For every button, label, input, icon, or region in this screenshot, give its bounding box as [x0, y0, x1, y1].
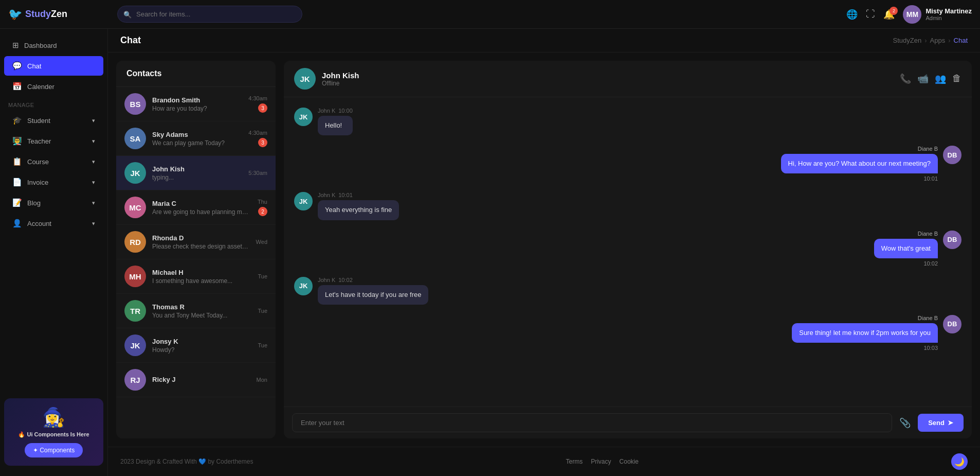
sidebar-item-course[interactable]: 📋 Course ▾ [4, 152, 103, 171]
contact-info: Jonsy K Howdy? [152, 338, 251, 354]
contact-info: Sky Adams We can play game Today? [152, 131, 242, 147]
unread-badge: 2 [258, 207, 267, 216]
contact-info: Brandon Smith How are you today? [152, 96, 242, 112]
footer-cookie-link[interactable]: Cookie [620, 458, 639, 465]
student-icon: 🎓 [12, 116, 22, 125]
sidebar-item-account[interactable]: 👤 Account ▾ [4, 214, 103, 233]
manage-label: Manage [0, 97, 107, 110]
contact-meta: Tue [258, 342, 267, 348]
calendar-icon: 📅 [12, 82, 22, 91]
chevron-down-icon: ▾ [92, 220, 95, 227]
contact-preview: typing... [152, 174, 242, 181]
msg-bubble: Yeah everything is fine [318, 200, 399, 220]
contact-item[interactable]: RD Rhonda D Please check these design as… [116, 225, 276, 259]
contact-avatar: MH [124, 266, 146, 287]
video-icon[interactable]: 📹 [917, 73, 929, 84]
user-role: Admin [925, 15, 972, 21]
contact-item[interactable]: SA Sky Adams We can play game Today? 4:3… [116, 121, 276, 156]
topbar-right: 🌐 ⛶ 🔔 2 MM Misty Martinez Admin [846, 5, 972, 24]
search-bar: 🔍 [117, 6, 302, 23]
message-row: JK John K 10:01 Yeah everything is fine [294, 192, 961, 220]
contact-avatar: SA [124, 128, 146, 149]
msg-bubble: Hello! [318, 116, 353, 135]
contact-avatar: MC [124, 197, 146, 218]
contact-time: 4:30am [248, 95, 267, 101]
msg-bubble: Let's have it today if you are free [318, 285, 428, 305]
contact-item[interactable]: MC Maria C Are we going to have planning… [116, 190, 276, 225]
sidebar-item-invoice[interactable]: 📄 Invoice ▾ [4, 172, 103, 192]
chat-messages: JK John K 10:00 Hello! DB Diane B Hi, Ho… [284, 97, 972, 407]
footer: 2023 Design & Crafted With 💙 by Coderthe… [108, 447, 980, 476]
sidebar-item-chat[interactable]: 💬 Chat [4, 56, 103, 76]
contact-meta: Tue [258, 273, 267, 279]
contact-time: 5:30am [248, 170, 267, 176]
msg-avatar: DB [943, 315, 961, 333]
msg-time-label: John K 10:00 [318, 108, 353, 114]
contact-name: Thomas R [152, 303, 251, 311]
msg-time-label: John K 10:01 [318, 192, 399, 198]
footer-terms-link[interactable]: Terms [566, 458, 583, 465]
contact-name: Rhonda D [152, 234, 250, 242]
dashboard-icon: ⊞ [12, 41, 19, 50]
notification-icon[interactable]: 🔔 2 [883, 9, 895, 20]
msg-bubble: Hi, How are you? What about our next mee… [781, 154, 938, 173]
chat-input[interactable] [292, 413, 892, 432]
translate-icon[interactable]: 🌐 [846, 9, 858, 20]
contact-item[interactable]: JK Jonsy K Howdy? Tue [116, 328, 276, 363]
search-input[interactable] [117, 6, 302, 23]
contact-item[interactable]: BS Brandon Smith How are you today? 4:30… [116, 87, 276, 121]
blog-icon: 📝 [12, 198, 22, 207]
phone-icon[interactable]: 📞 [900, 73, 911, 84]
contact-meta: 4:30am 3 [248, 95, 267, 113]
contact-avatar: JK [124, 162, 146, 184]
message-row: DB Diane B Wow that's great 10:02 [294, 231, 961, 267]
attach-button[interactable]: 📎 [897, 415, 913, 431]
message-row: DB Diane B Sure thing! let me know if 2p… [294, 315, 961, 351]
avatar: MM [903, 5, 921, 24]
contact-preview: I something have awesome... [152, 277, 251, 285]
msg-avatar: DB [943, 231, 961, 249]
contact-meta: Mon [257, 377, 267, 383]
msg-time: 10:01 [338, 192, 353, 198]
sidebar-item-teacher[interactable]: 👨‍🏫 Teacher ▾ [4, 131, 103, 151]
contact-name: Jonsy K [152, 338, 251, 345]
send-button[interactable]: Send ➤ [918, 414, 964, 432]
user-info[interactable]: MM Misty Martinez Admin [903, 5, 972, 24]
contact-item[interactable]: MH Michael H I something have awesome...… [116, 259, 276, 294]
contact-meta: 5:30am [248, 170, 267, 176]
contact-item[interactable]: JK John Kish typing... 5:30am [116, 156, 276, 190]
contact-meta: Tue [258, 308, 267, 314]
chevron-down-icon: ▾ [92, 138, 95, 145]
contact-avatar: BS [124, 93, 146, 115]
msg-sender: John K [318, 192, 335, 198]
msg-sender: Diane B [918, 146, 938, 152]
fullscreen-icon[interactable]: ⛶ [866, 9, 875, 20]
contacts-panel: Contacts BS Brandon Smith How are you to… [116, 61, 276, 438]
account-icon: 👤 [12, 219, 22, 228]
footer-privacy-link[interactable]: Privacy [591, 458, 611, 465]
unread-badge: 3 [258, 138, 267, 147]
sidebar-item-blog[interactable]: 📝 Blog ▾ [4, 193, 103, 213]
contact-item[interactable]: TR Thomas R You and Tony Meet Today... T… [116, 294, 276, 328]
contact-time: Tue [258, 273, 267, 279]
components-button[interactable]: ✦ Components [25, 443, 83, 457]
msg-sender: Diane B [918, 315, 938, 321]
user-add-icon[interactable]: 👥 [935, 73, 946, 84]
sidebar-item-student[interactable]: 🎓 Student ▾ [4, 111, 103, 130]
chevron-down-icon: ▾ [92, 117, 95, 124]
contact-name: Brandon Smith [152, 96, 242, 104]
chat-user-name: John Kish [322, 71, 359, 80]
theme-toggle-button[interactable]: 🌙 [951, 453, 968, 470]
breadcrumb: StudyZen › Apps › Chat [893, 37, 968, 44]
sidebar-item-calender[interactable]: 📅 Calender [4, 77, 103, 96]
contact-preview: Howdy? [152, 346, 251, 354]
contact-info: Michael H I something have awesome... [152, 269, 251, 285]
promo-text: 🔥 Ui Components Is Here [10, 431, 97, 438]
sidebar-item-dashboard[interactable]: ⊞ Dashboard [4, 36, 103, 55]
msg-time: 10:02 [338, 277, 353, 283]
msg-sender: Diane B [918, 231, 938, 237]
contact-avatar: TR [124, 300, 146, 322]
contact-avatar: JK [124, 334, 146, 356]
contact-item[interactable]: RJ Ricky J Mon [116, 363, 276, 397]
delete-icon[interactable]: 🗑 [952, 73, 961, 84]
